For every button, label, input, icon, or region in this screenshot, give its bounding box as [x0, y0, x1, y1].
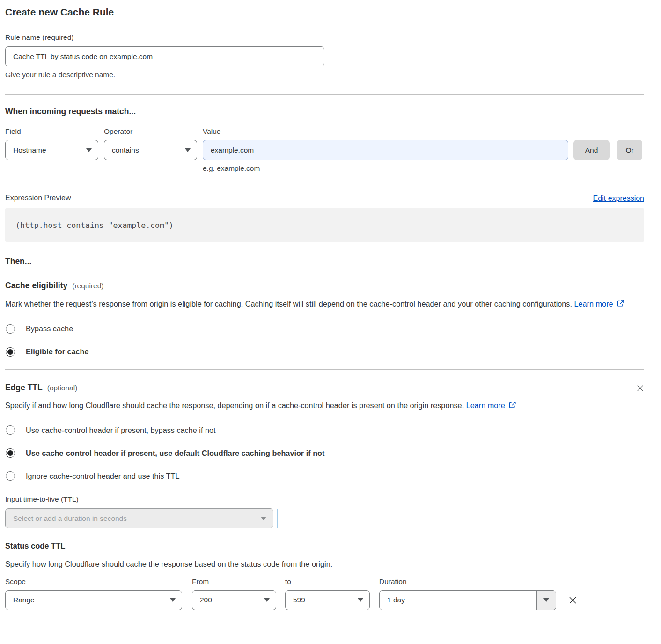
ttl-duration-select: Select or add a duration in seconds	[5, 508, 273, 528]
edit-expression-link[interactable]: Edit expression	[593, 194, 644, 203]
learn-more-link[interactable]: Learn more	[466, 401, 505, 410]
expression-code: (http.host contains "example.com")	[5, 208, 644, 242]
operator-select-value: contains	[112, 146, 139, 154]
duration-select-value: 1 day	[380, 591, 536, 610]
chevron-down-icon	[543, 598, 549, 602]
external-link-icon	[508, 400, 516, 413]
rule-name-label: Rule name (required)	[5, 33, 644, 42]
status-code-ttl-heading: Status code TTL	[5, 542, 644, 550]
ttl-duration-placeholder: Select or add a duration in seconds	[6, 509, 254, 528]
page-title: Create new Cache Rule	[5, 6, 644, 19]
from-select[interactable]: 200	[192, 590, 276, 610]
edge-ttl-heading: Edge TTL	[5, 383, 43, 392]
field-label: Field	[5, 127, 98, 136]
section-divider	[5, 94, 644, 95]
and-button[interactable]: And	[573, 140, 610, 160]
status-code-ttl-description: Specify how long Cloudflare should cache…	[5, 557, 644, 571]
to-label: to	[285, 577, 370, 586]
rule-name-input[interactable]	[5, 46, 324, 66]
radio-option-bypass-cache[interactable]: Bypass cache	[5, 324, 644, 334]
cache-eligibility-qualifier: (required)	[72, 282, 103, 290]
ttl-duration-dropdown-button	[254, 509, 273, 528]
from-select-value: 200	[200, 596, 212, 604]
chevron-down-icon	[358, 598, 363, 602]
radio-option-eligible-for-cache[interactable]: Eligible for cache	[5, 347, 644, 357]
radio-selected-icon[interactable]	[6, 347, 15, 357]
chevron-down-icon	[86, 148, 92, 152]
cache-eligibility-description: Mark whether the request’s response from…	[5, 297, 632, 312]
radio-option-cc-default[interactable]: Use cache-control header if present, use…	[5, 448, 644, 458]
radio-selected-icon[interactable]	[6, 448, 15, 458]
duration-select[interactable]: 1 day	[379, 590, 556, 610]
rule-name-help: Give your rule a descriptive name.	[5, 71, 644, 79]
field-select-value: Hostname	[13, 146, 46, 154]
expression-preview-label: Expression Preview	[5, 193, 71, 203]
chevron-down-icon	[261, 517, 266, 520]
value-label: Value	[203, 127, 568, 136]
cache-eligibility-heading: Cache eligibility	[5, 281, 67, 290]
chevron-down-icon	[185, 148, 191, 152]
section-divider	[5, 369, 644, 370]
scope-label: Scope	[5, 577, 182, 586]
duration-dropdown-button[interactable]	[536, 591, 556, 610]
scope-select-value: Range	[13, 596, 35, 604]
value-input[interactable]	[203, 140, 568, 160]
edge-ttl-qualifier: (optional)	[47, 384, 78, 392]
edge-ttl-description: Specify if and how long Cloudflare shoul…	[5, 399, 520, 413]
or-button[interactable]: Or	[617, 140, 642, 160]
chevron-down-icon	[170, 598, 176, 602]
from-label: From	[192, 577, 276, 586]
operator-label: Operator	[104, 127, 197, 136]
match-heading: When incoming requests match...	[5, 106, 644, 117]
to-select-value: 599	[293, 596, 305, 604]
radio-icon[interactable]	[6, 324, 15, 334]
radio-option-ignore-cc[interactable]: Ignore cache-control header and use this…	[5, 471, 644, 481]
scope-select[interactable]: Range	[5, 590, 182, 610]
external-link-icon	[617, 298, 624, 312]
chevron-down-icon	[264, 598, 270, 602]
radio-icon[interactable]	[6, 425, 15, 435]
operator-select[interactable]: contains	[104, 140, 197, 160]
duration-label: Duration	[379, 577, 556, 586]
learn-more-link[interactable]: Learn more	[574, 300, 613, 308]
ttl-input-label: Input time-to-live (TTL)	[5, 495, 644, 504]
delete-row-icon[interactable]	[568, 596, 577, 605]
field-select[interactable]: Hostname	[5, 140, 98, 160]
ttl-select-focus-bar	[277, 509, 278, 528]
to-select[interactable]: 599	[285, 590, 370, 610]
radio-option-cc-bypass[interactable]: Use cache-control header if present, byp…	[5, 425, 644, 435]
close-icon[interactable]	[636, 384, 644, 392]
radio-icon[interactable]	[6, 471, 15, 481]
then-heading: Then...	[5, 256, 644, 267]
value-help: e.g. example.com	[203, 164, 644, 173]
